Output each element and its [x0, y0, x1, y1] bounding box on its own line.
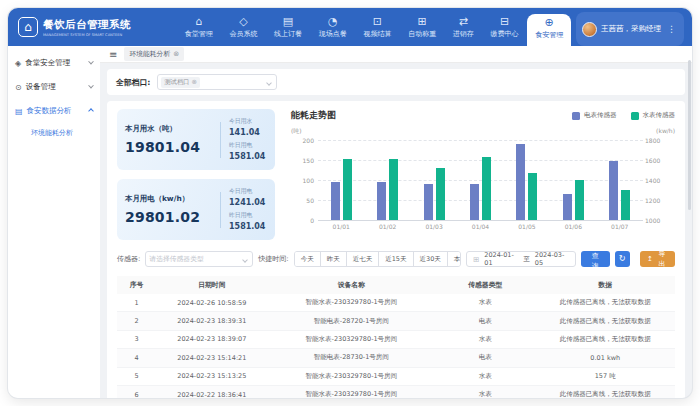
left-axis-tick: 50: [291, 197, 314, 204]
table-header-数据: 数据: [535, 276, 675, 294]
bar-电表传感器-01/04[interactable]: [470, 184, 479, 220]
bar-电表传感器-01/07[interactable]: [609, 161, 618, 220]
quick-time-昨天[interactable]: 昨天: [321, 252, 347, 266]
scrollbar[interactable]: [688, 60, 691, 210]
bar-水表传感器-01/03[interactable]: [436, 168, 445, 220]
table-cell: 此传感器已离线，无法获取数据: [535, 330, 675, 348]
nav-item-食堂管理[interactable]: ⌂食堂管理: [177, 8, 221, 46]
bar-水表传感器-01/02[interactable]: [389, 159, 398, 220]
nav-item-自动称重[interactable]: ⊞自动称重: [400, 8, 444, 46]
export-button[interactable]: ↥ 导出: [640, 251, 675, 267]
table-row[interactable]: 32024-02-23 18:39:07智能水表-230329780-1号房间水…: [117, 330, 675, 348]
table-row[interactable]: 42024-02-23 15:14:21智能电表-28730-1号房间电表0.0…: [117, 349, 675, 367]
bar-电表传感器-01/06[interactable]: [563, 194, 572, 220]
payment-center-icon: ⊟: [500, 16, 509, 28]
bar-水表传感器-01/07[interactable]: [621, 190, 630, 220]
user-name: 王茜茜，采购经理: [601, 24, 661, 34]
table-row[interactable]: 22024-02-23 18:39:31智能电表-28720-1号房间电表此传感…: [117, 312, 675, 330]
legend-swatch: [572, 112, 580, 120]
date-end[interactable]: 2024-03-05: [535, 251, 569, 267]
bar-group-01/05: [516, 140, 537, 220]
bar-电表传感器-01/02[interactable]: [377, 182, 386, 220]
gridline: [318, 220, 643, 221]
close-tab-icon[interactable]: ⊗: [173, 50, 179, 58]
bar-电表传感器-01/05[interactable]: [516, 144, 525, 220]
bar-电表传感器-01/01[interactable]: [331, 182, 340, 220]
export-label: 导出: [656, 249, 668, 269]
collapse-menu-icon[interactable]: ≡: [109, 49, 117, 60]
stat-side-label: 昨日用电: [229, 141, 267, 150]
chart-title: 能耗走势图: [291, 109, 336, 122]
bar-group-01/04: [470, 140, 491, 220]
more-vert-icon[interactable]: ⋮: [665, 24, 678, 34]
quick-time-group: 今天昨天近七天近15天近30天本月: [294, 251, 461, 267]
divider: [220, 122, 221, 158]
table-cell: 智能水表-230329780-1号房间: [268, 367, 435, 385]
table-cell: 6: [117, 385, 156, 398]
date-start[interactable]: 2024-01-01: [484, 251, 518, 267]
nav-item-进销存[interactable]: ⇄进销存: [445, 8, 482, 46]
stat-side-values: 今日用水141.04昨日用电1581.04: [229, 117, 267, 163]
table-header-日期时间: 日期时间: [156, 276, 268, 294]
bar-水表传感器-01/05[interactable]: [528, 173, 537, 220]
stat-title: 本月用水（吨）: [125, 124, 212, 134]
bar-group-01/03: [424, 140, 445, 220]
table-cell: 2024-02-26 10:58:59: [156, 294, 268, 312]
date-range-picker[interactable]: ⊞ 2024-01-01 至 2024-03-05: [466, 251, 576, 267]
remove-tag-icon[interactable]: ⊗: [192, 78, 197, 86]
sidebar-item-设备管理[interactable]: ⊙设备管理: [8, 75, 100, 99]
left-axis-tick: 100: [291, 177, 314, 184]
table-cell: 电表: [435, 312, 535, 330]
table-row[interactable]: 12024-02-26 10:58:59智能水表-230329780-1号房间水…: [117, 294, 675, 312]
nav-item-视频结算[interactable]: ⊡视频结算: [355, 8, 399, 46]
table-cell: 水表: [435, 294, 535, 312]
bar-水表传感器-01/01[interactable]: [343, 159, 352, 220]
quick-time-近30天[interactable]: 近30天: [414, 252, 448, 266]
table-row[interactable]: 52024-02-23 15:13:25智能水表-230329780-1号房间水…: [117, 367, 675, 385]
bar-水表传感器-01/04[interactable]: [482, 157, 491, 220]
app-subtitle: MANAGEMENT SYSTEM OF SMART CANTEEN: [43, 32, 122, 37]
user-area[interactable]: 王茜茜，采购经理 ⋮: [576, 12, 684, 46]
sensor-select[interactable]: 请选择传感器类型: [145, 251, 253, 267]
nav-item-label: 进销存: [453, 29, 474, 39]
bar-水表传感器-01/06[interactable]: [575, 180, 584, 220]
table-header-row: 序号日期时间设备名称传感器类型数据: [117, 276, 675, 294]
member-system-icon: ◇: [239, 16, 247, 28]
quick-time-今天[interactable]: 今天: [295, 252, 321, 266]
topbar: ⌂ 餐饮后台管理系统 MANAGEMENT SYSTEM OF SMART CA…: [8, 8, 692, 46]
main-area: ≡ 环境能耗分析 ⊗ 全部档口: 测试档口 ⊗: [100, 46, 692, 398]
nav-item-会员系统[interactable]: ◇会员系统: [221, 8, 265, 46]
table-cell: 3: [117, 330, 156, 348]
nav-item-食安管理[interactable]: ⊕食安管理: [527, 14, 571, 46]
sensor-data-table: 序号日期时间设备名称传感器类型数据 12024-02-26 10:58:59智能…: [117, 276, 675, 398]
nav-item-label: 视频结算: [363, 29, 391, 39]
legend-水表传感器[interactable]: 水表传感器: [631, 111, 676, 120]
sidebar-item-食堂安全管理[interactable]: ◈食堂安全管理: [8, 51, 100, 75]
nav-item-线上订餐[interactable]: ▤线上订餐: [266, 8, 310, 46]
stat-side-values: 今日用电1241.04昨日用电1581.04: [229, 187, 267, 233]
table-row[interactable]: 62024-02-22 18:36:41智能水表-230329780-1号房间水…: [117, 385, 675, 398]
nav-item-现场点餐[interactable]: ◔现场点餐: [311, 8, 355, 46]
avatar[interactable]: [582, 22, 597, 37]
chevron-down-icon: [88, 59, 94, 65]
refresh-button[interactable]: ↻: [615, 251, 631, 267]
x-axis-label: 01/05: [518, 223, 535, 230]
nav-item-缴费中心[interactable]: ⊟缴费中心: [483, 8, 527, 46]
stall-select[interactable]: 测试档口 ⊗: [157, 74, 277, 90]
bar-电表传感器-01/03[interactable]: [424, 184, 433, 220]
sidebar-item-食安数据分析[interactable]: ▤食安数据分析: [8, 99, 100, 123]
legend-电表传感器[interactable]: 电表传感器: [572, 111, 617, 120]
stat-cards: 本月用水（吨）19801.04今日用水141.04昨日用电1581.04本月用电…: [117, 109, 275, 240]
quick-time-近七天[interactable]: 近七天: [347, 252, 380, 266]
stat-side-value: 1581.04: [229, 222, 267, 231]
x-axis-label: 01/01: [333, 223, 350, 230]
sidebar-subitem-环境能耗分析[interactable]: 环境能耗分析: [8, 123, 100, 143]
search-button[interactable]: 查询: [581, 251, 610, 267]
quick-time-本月[interactable]: 本月: [448, 252, 461, 266]
right-axis-tick: 1800: [645, 137, 675, 144]
table-cell: 智能水表-230329780-1号房间: [268, 385, 435, 398]
content-scroll: 全部档口: 测试档口 ⊗ 本月用水（吨）19801.04今日用水141.04昨日…: [100, 63, 692, 398]
tab-label: 环境能耗分析: [129, 49, 170, 59]
tab-env-energy-analysis[interactable]: 环境能耗分析 ⊗: [124, 47, 184, 61]
quick-time-近15天[interactable]: 近15天: [379, 252, 413, 266]
